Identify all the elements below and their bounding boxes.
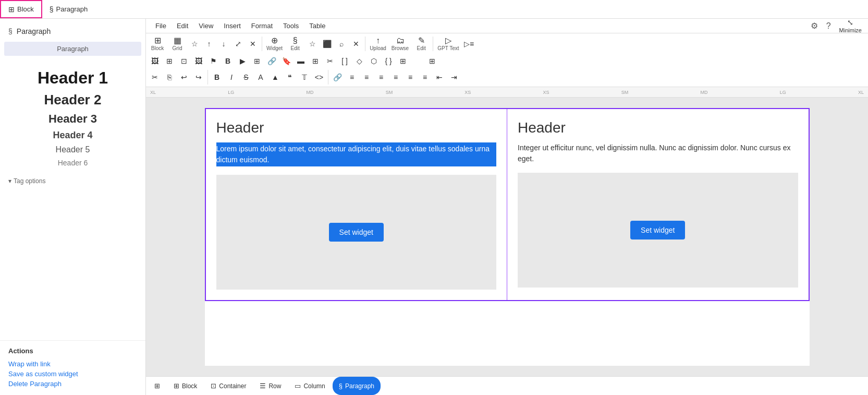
grid-view-btn[interactable]: ⊞ [148,377,166,395]
add-circle-icon: ⊕ [271,37,278,45]
align-left-btn[interactable]: ≡ [345,70,359,84]
wrap-link-action[interactable]: Wrap with link [8,359,137,369]
menu-view[interactable]: View [193,20,218,32]
clear-format-btn[interactable]: 𝕋 [298,70,311,84]
col2-text[interactable]: Integer ut efficitur nunc, vel dignissim… [518,142,798,164]
sidebar-item-h1[interactable]: Header 1 [0,66,145,90]
at-btn[interactable]: ⬡ [367,54,381,68]
table-tool-btn[interactable]: ⊡ [177,54,191,68]
col2-set-widget-btn[interactable]: Set widget [630,221,685,240]
play-tool-btn[interactable]: ▶ [236,54,249,68]
minimize-button[interactable]: ⤡ Minimize [837,19,864,34]
menu-insert[interactable]: Insert [218,20,246,32]
help-icon: ? [826,21,831,30]
menu-format[interactable]: Format [246,20,278,32]
gpt-text-btn[interactable]: ▷ GPT Text [435,35,461,52]
bold-text-btn[interactable]: B [210,70,224,84]
widget2-btn[interactable]: ⊞ [425,54,439,68]
ordered-list-btn[interactable]: ≡ [418,70,432,84]
paragraph-icon: § [50,5,54,14]
sidebar-item-h6[interactable]: Header 6 [0,157,145,169]
quote-btn[interactable]: ❝ [283,70,297,84]
edit-toolbar-btn[interactable]: § Edit [286,35,304,52]
sidebar-item-h4[interactable]: Header 4 [0,128,145,143]
align-icon-btn[interactable]: ⬛ [320,37,334,51]
bookmark-btn[interactable]: 🔖 [279,54,293,68]
help-button[interactable]: ? [824,19,833,33]
menu-tools[interactable]: Tools [278,20,304,32]
widget-toolbar-btn[interactable]: ⊕ Widget [264,35,285,52]
redo-btn[interactable]: ↪ [192,70,205,84]
close2-btn[interactable]: ✕ [349,37,363,51]
bottom-column-btn[interactable]: ▭ Column [288,377,331,395]
expand-btn[interactable]: ⤢ [231,37,245,51]
indent-increase-btn[interactable]: ⇥ [447,70,461,84]
crop-icon-btn[interactable]: ⌕ [335,37,348,51]
sidebar-item-h2[interactable]: Header 2 [0,90,145,110]
html-btn[interactable] [411,54,424,68]
bullet-list-btn[interactable]: ≡ [404,70,417,84]
hr-btn[interactable]: ▬ [294,54,308,68]
tab-paragraph[interactable]: § Paragraph [42,0,95,18]
save-widget-action[interactable]: Save as custom widget [8,369,137,379]
favorite-btn[interactable]: ☆ [188,37,201,51]
scissors-btn[interactable]: ✂ [323,54,337,68]
highlight-btn[interactable]: ▲ [268,70,282,84]
undo-btn[interactable]: ↩ [177,70,191,84]
edit2-btn[interactable]: ✎ Edit [412,35,431,52]
grid-tool-btn[interactable]: ⊞ [163,54,176,68]
toolbar-separator5 [328,70,328,85]
media-tool-btn[interactable]: 🖼 [192,54,205,68]
italic-btn[interactable]: I [225,70,238,84]
copy-btn[interactable]: ⎘ [163,70,176,84]
bottom-container-btn[interactable]: ⊡ Container [204,377,252,395]
font-color-btn[interactable]: A [254,70,267,84]
delete-paragraph-action[interactable]: Delete Paragraph [8,379,137,389]
col1-text[interactable]: Lorem ipsum dolor sit amet, consectetur … [216,142,497,166]
upload-btn[interactable]: ↑ Upload [368,35,388,52]
arrow-up-icon: ↑ [207,40,211,48]
link-tool-btn[interactable]: 🔗 [265,54,278,68]
move-up-btn[interactable]: ↑ [202,37,216,51]
block-toolbar-btn[interactable]: ⊞ Block [148,35,167,52]
align-center-btn[interactable]: ≡ [360,70,373,84]
close-toolbar-btn[interactable]: ✕ [246,37,260,51]
browse-btn[interactable]: 🗂 Browse [389,35,411,52]
embed-btn[interactable]: ⊞ [396,54,410,68]
menu-file[interactable]: File [150,20,172,32]
indent-decrease-btn[interactable]: ⇤ [433,70,446,84]
bracket-btn[interactable]: [ ] [338,54,351,68]
bold-block-btn[interactable]: B [221,54,235,68]
align-right-btn[interactable]: ≡ [374,70,388,84]
menu-edit[interactable]: Edit [172,20,193,32]
grid-toolbar-btn[interactable]: ▦ Grid [168,35,187,52]
bottom-paragraph-btn[interactable]: § Paragraph [333,377,381,395]
folder-icon: 🗂 [396,37,405,45]
bubble-btn[interactable]: ◇ [352,54,366,68]
box-btn[interactable]: ⊞ [309,54,322,68]
font-color-icon: A [258,73,263,81]
flag-tool-btn[interactable]: ⚑ [206,54,220,68]
col1-set-widget-btn[interactable]: Set widget [329,223,384,242]
inline-code-btn[interactable]: <> [312,70,326,84]
cut-btn[interactable]: ✂ [148,70,162,84]
strikethrough-btn[interactable]: S [239,70,253,84]
move-down-btn[interactable]: ↓ [217,37,230,51]
tab-block[interactable]: ⊞ Block [0,0,42,18]
tag-options-toggle[interactable]: ▾ Tag options [0,173,145,189]
paragraph-tag-label: Paragraph [4,42,141,56]
sidebar-item-h5[interactable]: Header 5 [0,143,145,157]
settings-button[interactable]: ⚙ [809,19,820,33]
ordered-list-icon: ≡ [423,73,427,81]
code-btn[interactable]: { } [382,54,395,68]
image-tool-btn[interactable]: 🖼 [148,54,162,68]
link-text-btn[interactable]: 🔗 [331,70,344,84]
sidebar-item-h3[interactable]: Header 3 [0,110,145,128]
bottom-block-btn[interactable]: ⊞ Block [167,377,203,395]
align-justify-btn[interactable]: ≡ [389,70,402,84]
menu-table[interactable]: Table [304,20,331,32]
fav2-btn[interactable]: ☆ [305,37,319,51]
gpt2-btn[interactable]: ▷≡ [462,37,476,51]
bottom-row-btn[interactable]: ☰ Row [253,377,287,395]
grid3-btn[interactable]: ⊞ [250,54,264,68]
